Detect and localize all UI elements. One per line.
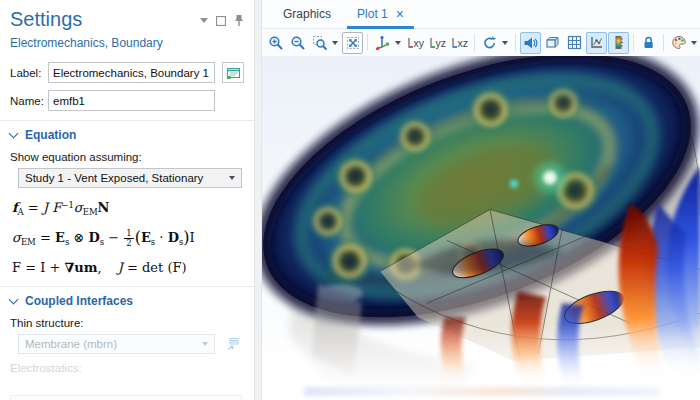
color-theme-caret-icon[interactable] (691, 41, 697, 45)
panel-splitter[interactable] (254, 0, 262, 400)
zoom-in-button[interactable] (265, 32, 286, 54)
xy-axes-icon (407, 36, 413, 49)
view-xz-button[interactable]: xz (449, 32, 470, 54)
divider (0, 120, 254, 121)
zoom-out-button[interactable] (287, 32, 308, 54)
sound-button[interactable] (520, 32, 541, 54)
toolbar-separator (474, 34, 475, 51)
close-tab-icon[interactable]: × (396, 7, 404, 21)
speaker-icon (523, 36, 538, 50)
name-input[interactable] (48, 90, 215, 111)
panel-menu-chevron-icon[interactable] (200, 18, 208, 23)
graphics-panel: Graphics Plot 1 × (262, 0, 700, 400)
toolbar-separator (663, 34, 664, 51)
grid-button[interactable] (564, 32, 585, 54)
divider (0, 286, 254, 287)
collapse-chevron-icon (9, 294, 19, 304)
zoom-extents-button[interactable] (342, 32, 363, 54)
default-view-caret-icon[interactable] (395, 41, 401, 45)
zoom-out-icon (290, 35, 306, 51)
reset-view-caret-icon[interactable] (502, 41, 508, 45)
float-window-icon[interactable] (216, 16, 226, 26)
tab-graphics[interactable]: Graphics (270, 0, 344, 28)
panel-subtitle: Electromechanics, Boundary (10, 36, 244, 50)
view-xz-label: xz (458, 37, 469, 49)
color-theme-button[interactable] (668, 32, 689, 54)
graphics-canvas[interactable] (262, 56, 700, 400)
view-xy-label: xy (414, 37, 425, 49)
thin-structure-dropdown[interactable]: Membrane (mbrn) (18, 334, 215, 354)
reset-view-icon (482, 35, 498, 51)
equation-2: σEM = Es ⊗ Ds − 12(Es · Ds)I (12, 228, 244, 248)
study-dropdown[interactable]: Study 1 - Vent Exposed, Stationary (18, 168, 242, 188)
yz-axes-icon (429, 36, 435, 49)
label-input[interactable] (48, 62, 215, 83)
3d-plot-visualization (262, 56, 700, 400)
pin-icon[interactable] (234, 14, 244, 27)
graphics-toolbar: xy yz xz (262, 29, 700, 56)
settings-header: Settings (10, 6, 244, 31)
show-equation-label: Show equation assuming: (10, 151, 244, 163)
rename-button[interactable] (222, 62, 244, 83)
reset-view-button[interactable] (479, 32, 500, 54)
toolbar-separator (633, 34, 634, 51)
plot-axes-icon (589, 35, 604, 50)
transparency-button[interactable] (542, 32, 563, 54)
equation-section-title: Equation (25, 128, 76, 142)
thin-structure-label: Thin structure: (10, 317, 244, 329)
toolbar-separator (367, 34, 368, 51)
grid-icon (567, 35, 582, 50)
equation-display: fA = J F−1σEMN σEM = Es ⊗ Ds − 12(Es · D… (12, 200, 244, 275)
zoom-box-icon (312, 35, 328, 51)
panel-title: Settings (10, 8, 82, 31)
go-to-source-icon (226, 337, 240, 351)
coupled-interfaces-title: Coupled Interfaces (25, 294, 133, 308)
lock-view-button[interactable] (638, 32, 659, 54)
study-dropdown-value: Study 1 - Vent Exposed, Stationary (25, 172, 203, 184)
electrostatics-dropdown-partial[interactable] (10, 395, 242, 400)
transparency-box-icon (544, 35, 561, 50)
zoom-box-button[interactable] (309, 32, 330, 54)
electrostatics-label: Electrostatics: (10, 362, 244, 374)
go-to-source-button[interactable] (222, 334, 244, 355)
lock-icon (641, 35, 656, 50)
tab-plot1[interactable]: Plot 1 × (344, 0, 417, 28)
palette-icon (671, 35, 687, 50)
tab-graphics-label: Graphics (283, 7, 331, 21)
default-view-button[interactable] (372, 32, 393, 54)
comsol-window: Settings Electromechanics, Boundary Labe… (0, 0, 700, 400)
name-field-label: Name: (10, 95, 48, 107)
graphics-tabbar: Graphics Plot 1 × (262, 0, 700, 29)
coupled-interfaces-section-header[interactable]: Coupled Interfaces (10, 294, 244, 308)
xz-axes-icon (451, 36, 457, 49)
dropdown-caret-icon (229, 176, 235, 180)
settings-panel: Settings Electromechanics, Boundary Labe… (0, 0, 254, 400)
zoom-extents-icon (345, 35, 361, 51)
plot-axes-button[interactable] (586, 32, 607, 54)
zoom-in-icon (268, 35, 284, 51)
collapse-chevron-icon (9, 129, 19, 139)
rename-icon (226, 66, 241, 80)
equation-1: fA = J F−1σEMN (12, 200, 244, 217)
equation-3: F = I + ∇um,J = det (F) (12, 260, 244, 275)
view-yz-button[interactable]: yz (427, 32, 448, 54)
color-legend-icon (611, 35, 626, 50)
color-legend-button[interactable] (608, 32, 629, 54)
thin-structure-value: Membrane (mbrn) (25, 338, 117, 350)
label-field-label: Label: (10, 67, 48, 79)
dropdown-caret-icon (202, 342, 208, 346)
default-view-axes-icon (374, 35, 391, 51)
tab-plot1-label: Plot 1 (357, 7, 388, 21)
toolbar-separator (515, 34, 516, 51)
view-xy-button[interactable]: xy (405, 32, 426, 54)
view-yz-label: yz (436, 37, 447, 49)
zoom-box-caret-icon[interactable] (332, 41, 338, 45)
equation-section-header[interactable]: Equation (10, 128, 244, 142)
